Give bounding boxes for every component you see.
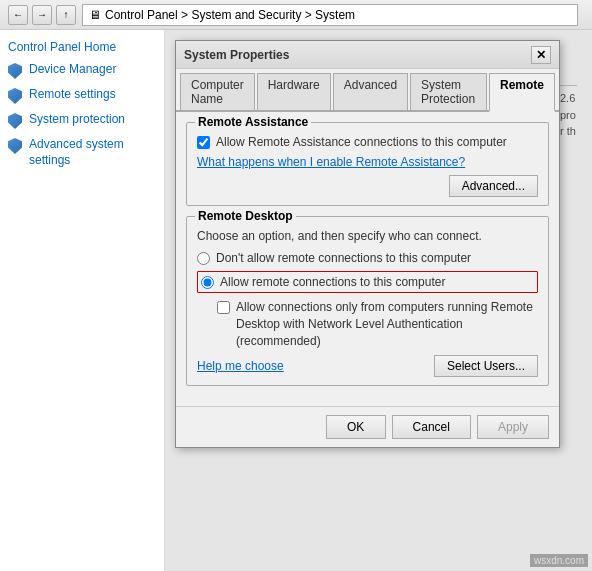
tab-system-protection[interactable]: System Protection	[410, 73, 487, 110]
nla-checkbox-label: Allow connections only from computers ru…	[236, 299, 538, 349]
dont-allow-radio[interactable]	[197, 252, 210, 265]
shield-icon-2	[8, 88, 24, 104]
tab-advanced[interactable]: Advanced	[333, 73, 408, 110]
dont-allow-radio-row: Don't allow remote connections to this c…	[197, 251, 538, 265]
remote-assistance-title: Remote Assistance	[195, 115, 311, 129]
dont-allow-label: Don't allow remote connections to this c…	[216, 251, 471, 265]
remote-assistance-checkbox-label: Allow Remote Assistance connections to t…	[216, 135, 507, 149]
nav-controls: ← → ↑	[8, 5, 76, 25]
dialog-content: Remote Assistance Allow Remote Assistanc…	[176, 112, 559, 406]
sidebar-label-system-protection: System protection	[29, 112, 125, 128]
remote-desktop-desc: Choose an option, and then specify who c…	[197, 229, 538, 243]
tab-computer-name[interactable]: Computer Name	[180, 73, 255, 110]
shield-icon-3	[8, 113, 24, 129]
ok-button[interactable]: OK	[326, 415, 386, 439]
shield-icon-4	[8, 138, 24, 154]
dialog-title: System Properties	[184, 48, 531, 62]
tab-remote[interactable]: Remote	[489, 73, 555, 112]
apply-button[interactable]: Apply	[477, 415, 549, 439]
tab-hardware[interactable]: Hardware	[257, 73, 331, 110]
content-area: View basic information about your comput…	[165, 30, 592, 571]
up-button[interactable]: ↑	[56, 5, 76, 25]
remote-assistance-link[interactable]: What happens when I enable Remote Assist…	[197, 155, 538, 169]
allow-connections-radio-row: Allow remote connections to this compute…	[197, 271, 538, 293]
title-bar: ← → ↑ 🖥 Control Panel > System and Secur…	[0, 0, 592, 30]
help-me-choose-link[interactable]: Help me choose	[197, 359, 284, 373]
select-users-button[interactable]: Select Users...	[434, 355, 538, 377]
remote-assistance-content: Allow Remote Assistance connections to t…	[197, 135, 538, 197]
sidebar-label-remote-settings: Remote settings	[29, 87, 116, 103]
forward-button[interactable]: →	[32, 5, 52, 25]
cancel-button[interactable]: Cancel	[392, 415, 471, 439]
back-button[interactable]: ←	[8, 5, 28, 25]
remote-assistance-checkbox-row: Allow Remote Assistance connections to t…	[197, 135, 538, 149]
address-icon: 🖥	[89, 8, 101, 22]
sidebar-item-device-manager[interactable]: Device Manager	[8, 62, 156, 79]
remote-desktop-content: Choose an option, and then specify who c…	[197, 229, 538, 377]
remote-assistance-group: Remote Assistance Allow Remote Assistanc…	[186, 122, 549, 206]
address-text: Control Panel > System and Security > Sy…	[105, 8, 355, 22]
sidebar-header[interactable]: Control Panel Home	[8, 40, 156, 54]
allow-connections-label: Allow remote connections to this compute…	[220, 275, 445, 289]
remote-assistance-btn-row: Advanced...	[197, 175, 538, 197]
dialog-close-button[interactable]: ✕	[531, 46, 551, 64]
sidebar-item-system-protection[interactable]: System protection	[8, 112, 156, 129]
sidebar-item-advanced-settings[interactable]: Advanced system settings	[8, 137, 156, 168]
nla-checkbox-row: Allow connections only from computers ru…	[217, 299, 538, 349]
watermark: wsxdn.com	[530, 554, 588, 567]
main-window: Control Panel Home Device Manager Remote…	[0, 30, 592, 571]
remote-assistance-checkbox[interactable]	[197, 136, 210, 149]
dialog-footer: OK Cancel Apply	[176, 406, 559, 447]
sidebar-item-remote-settings[interactable]: Remote settings	[8, 87, 156, 104]
sidebar-label-device-manager: Device Manager	[29, 62, 116, 78]
shield-icon-1	[8, 63, 24, 79]
dialog-titlebar: System Properties ✕	[176, 41, 559, 69]
tabs-bar: Computer Name Hardware Advanced System P…	[176, 69, 559, 112]
sidebar: Control Panel Home Device Manager Remote…	[0, 30, 165, 571]
allow-connections-radio[interactable]	[201, 276, 214, 289]
sidebar-label-advanced-settings: Advanced system settings	[29, 137, 156, 168]
remote-desktop-footer-row: Help me choose Select Users...	[197, 355, 538, 377]
system-properties-dialog: System Properties ✕ Computer Name Hardwa…	[175, 40, 560, 448]
nla-checkbox[interactable]	[217, 301, 230, 314]
dialog-overlay: System Properties ✕ Computer Name Hardwa…	[165, 30, 592, 571]
address-bar[interactable]: 🖥 Control Panel > System and Security > …	[82, 4, 578, 26]
remote-desktop-group: Remote Desktop Choose an option, and the…	[186, 216, 549, 386]
advanced-button[interactable]: Advanced...	[449, 175, 538, 197]
remote-desktop-title: Remote Desktop	[195, 209, 296, 223]
